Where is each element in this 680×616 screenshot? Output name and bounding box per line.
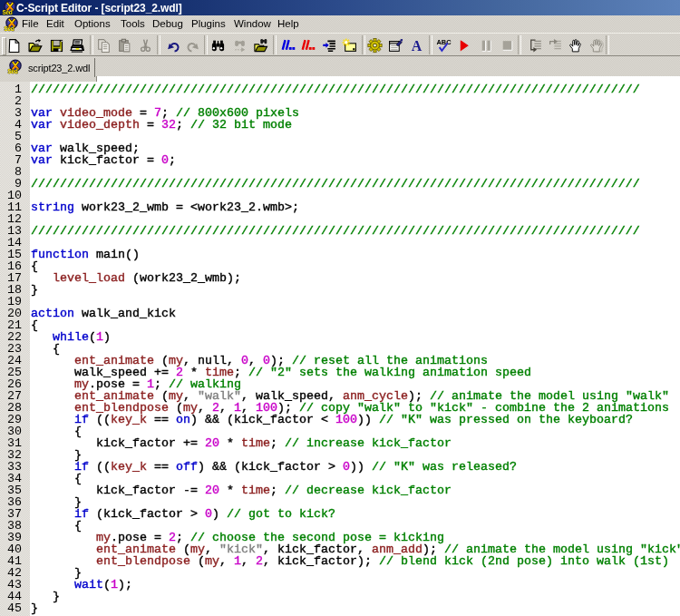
svg-text:A: A xyxy=(412,38,423,54)
svg-text:ABC: ABC xyxy=(436,38,452,46)
